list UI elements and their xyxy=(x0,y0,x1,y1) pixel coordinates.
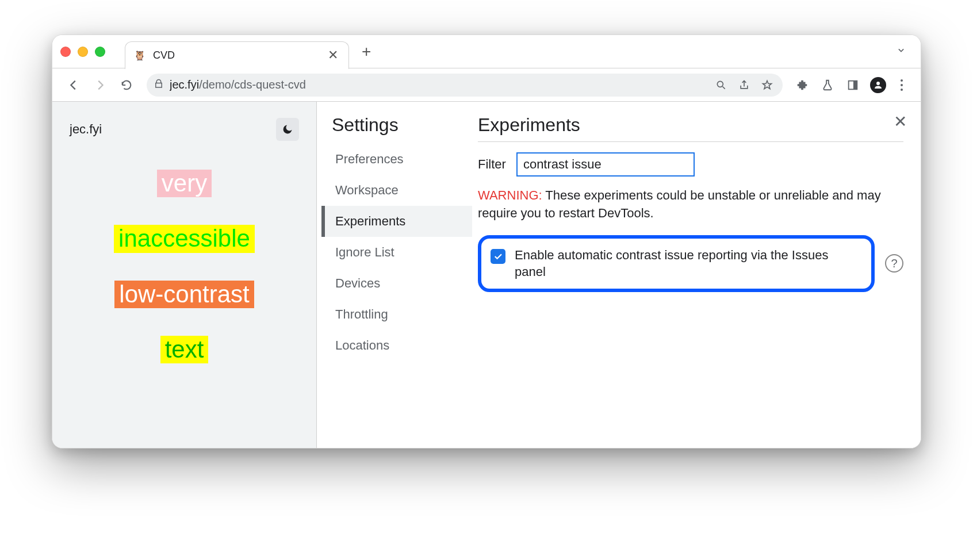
reload-button[interactable] xyxy=(116,74,137,96)
window-close-button[interactable] xyxy=(60,47,71,57)
tab-close-icon[interactable]: ✕ xyxy=(328,48,338,63)
nav-devices[interactable]: Devices xyxy=(321,268,472,299)
share-icon[interactable] xyxy=(736,79,753,91)
demo-word: text xyxy=(160,336,209,363)
tab-overflow-icon[interactable] xyxy=(895,44,913,59)
nav-experiments[interactable]: Experiments xyxy=(321,206,472,237)
menu-button[interactable] xyxy=(893,79,910,91)
demo-word: low-contrast xyxy=(114,281,254,308)
titlebar: 🦉 CVD ✕ + xyxy=(52,35,921,68)
theme-toggle-button[interactable] xyxy=(276,118,299,141)
experiment-row: Enable automatic contrast issue reportin… xyxy=(478,235,875,292)
tab-favicon: 🦉 xyxy=(133,49,146,62)
new-tab-button[interactable]: + xyxy=(362,43,371,61)
svg-point-0 xyxy=(717,81,723,87)
url-text: jec.fyi/demo/cds-quest-cvd xyxy=(170,78,707,91)
nav-locations[interactable]: Locations xyxy=(321,330,472,361)
page-logo[interactable]: jec.fyi xyxy=(70,122,102,137)
toolbar: jec.fyi/demo/cds-quest-cvd xyxy=(52,68,921,102)
panel-title: Experiments xyxy=(478,114,903,136)
extensions-icon[interactable] xyxy=(792,75,813,95)
experiment-checkbox[interactable] xyxy=(491,249,505,264)
help-icon[interactable]: ? xyxy=(885,254,903,273)
back-button[interactable] xyxy=(63,74,85,96)
nav-preferences[interactable]: Preferences xyxy=(321,144,472,175)
devtools-close-icon[interactable]: ✕ xyxy=(894,112,907,131)
filter-label: Filter xyxy=(478,157,506,172)
demo-word: inaccessible xyxy=(114,225,255,252)
filter-input[interactable] xyxy=(516,152,695,177)
labs-icon[interactable] xyxy=(817,75,838,95)
moon-icon xyxy=(282,124,293,135)
window-maximize-button[interactable] xyxy=(95,47,105,57)
settings-content: Experiments Filter WARNING: These experi… xyxy=(472,102,921,448)
experiment-label: Enable automatic contrast issue reportin… xyxy=(515,247,860,281)
settings-sidebar: Settings Preferences Workspace Experimen… xyxy=(317,102,472,448)
browser-window: 🦉 CVD ✕ + jec.fyi/demo/cds-quest-cvd xyxy=(52,34,921,448)
svg-point-3 xyxy=(876,82,880,85)
webpage: jec.fyi very inaccessible low-contrast t… xyxy=(52,102,317,448)
nav-workspace[interactable]: Workspace xyxy=(321,175,472,206)
bookmark-star-icon[interactable] xyxy=(759,79,776,91)
address-bar[interactable]: jec.fyi/demo/cds-quest-cvd xyxy=(147,74,783,97)
tab-title: CVD xyxy=(153,49,321,62)
filter-row: Filter xyxy=(478,152,903,177)
devtools-panel: ✕ Settings Preferences Workspace Experim… xyxy=(317,102,921,448)
demo-word: very xyxy=(157,170,212,197)
warning-label: WARNING: xyxy=(478,188,542,202)
nav-ignore-list[interactable]: Ignore List xyxy=(321,237,472,268)
profile-avatar[interactable] xyxy=(868,75,888,95)
sidepanel-icon[interactable] xyxy=(842,75,863,95)
content-area: jec.fyi very inaccessible low-contrast t… xyxy=(52,102,921,448)
settings-heading: Settings xyxy=(321,114,472,144)
check-icon xyxy=(493,251,503,262)
demo-text: very inaccessible low-contrast text xyxy=(52,164,316,363)
svg-rect-2 xyxy=(853,80,857,89)
window-minimize-button[interactable] xyxy=(78,47,88,57)
traffic-lights xyxy=(60,47,105,57)
lock-icon xyxy=(154,79,164,91)
divider xyxy=(478,141,903,142)
nav-throttling[interactable]: Throttling xyxy=(321,299,472,330)
browser-tab[interactable]: 🦉 CVD ✕ xyxy=(125,41,349,69)
warning-text: WARNING: These experiments could be unst… xyxy=(478,187,903,223)
zoom-icon[interactable] xyxy=(712,79,730,91)
forward-button[interactable] xyxy=(89,74,111,96)
